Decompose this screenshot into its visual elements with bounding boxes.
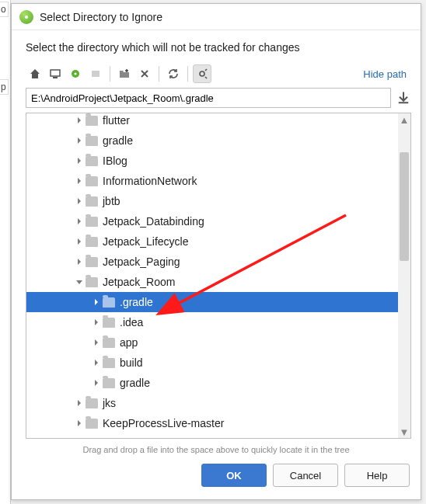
tree-row[interactable]: flutter — [26, 113, 410, 130]
folder-label: gradle — [120, 377, 150, 389]
folder-label: .idea — [120, 316, 143, 328]
folder-label: InformationNetwork — [103, 175, 197, 187]
folder-icon — [86, 136, 98, 146]
folder-icon — [86, 237, 98, 247]
folder-icon — [86, 277, 98, 287]
separator — [110, 66, 110, 82]
new-folder-icon[interactable] — [115, 64, 134, 83]
svg-rect-1 — [53, 77, 58, 78]
chevron-right-icon[interactable] — [73, 419, 86, 427]
folder-icon — [103, 358, 115, 368]
folder-icon — [86, 196, 98, 207]
folder-label: build — [120, 356, 143, 369]
tree-row[interactable]: IBlog — [26, 151, 410, 171]
scroll-up-icon[interactable]: ▲ — [398, 113, 410, 126]
folder-icon — [103, 378, 115, 388]
refresh-icon[interactable] — [164, 64, 183, 83]
chevron-right-icon[interactable] — [73, 197, 86, 205]
tree-row[interactable]: jks — [26, 393, 410, 413]
module-icon[interactable] — [86, 64, 105, 83]
folder-icon — [86, 176, 98, 186]
chevron-right-icon[interactable] — [73, 238, 86, 245]
svg-rect-0 — [51, 70, 60, 76]
folder-icon — [86, 156, 98, 166]
folder-label: Jetpack_Paging — [103, 255, 180, 268]
titlebar: Select Directory to Ignore — [12, 4, 421, 30]
folder-label: Jetpack_Room — [103, 276, 175, 288]
tree-row[interactable]: jbtb — [26, 191, 410, 211]
folder-icon — [86, 419, 98, 429]
hide-path-link[interactable]: Hide path — [358, 67, 411, 82]
chevron-right-icon[interactable] — [90, 318, 103, 326]
scrollbar-thumb[interactable] — [400, 152, 409, 261]
folder-label: .gradle — [120, 296, 153, 308]
folder-icon — [86, 217, 98, 227]
vertical-scrollbar[interactable]: ▲ ▼ — [398, 113, 410, 438]
tree-row[interactable]: Jetpack_Databinding — [26, 211, 410, 231]
dialog-buttons: OK Cancel Help — [12, 459, 421, 496]
folder-label: KeepProcessLive-master — [103, 417, 224, 429]
folder-label: flutter — [103, 114, 130, 127]
folder-label: jks — [103, 397, 116, 409]
select-directory-dialog: Select Directory to Ignore Select the di… — [11, 3, 421, 500]
chevron-right-icon[interactable] — [90, 359, 103, 367]
folder-icon — [103, 338, 115, 348]
tree-row[interactable]: app — [26, 332, 410, 353]
chevron-right-icon[interactable] — [73, 217, 86, 225]
svg-point-3 — [74, 72, 76, 75]
delete-icon[interactable] — [135, 64, 154, 83]
folder-icon — [86, 116, 98, 126]
history-dropdown-icon[interactable] — [396, 90, 411, 106]
tree-row[interactable]: InformationNetwork — [26, 171, 410, 191]
chevron-right-icon[interactable] — [90, 339, 103, 346]
chevron-right-icon[interactable] — [73, 177, 86, 185]
tree-row[interactable]: Jetpack_Lifecycle — [26, 231, 410, 252]
chevron-right-icon[interactable] — [73, 157, 86, 165]
tree-row[interactable]: Jetpack_Room — [26, 272, 410, 292]
directory-tree[interactable]: fluttergradleIBlogInformationNetworkjbtb… — [26, 113, 411, 439]
folder-icon — [86, 257, 98, 267]
chevron-right-icon[interactable] — [73, 399, 86, 407]
path-input[interactable] — [26, 88, 391, 108]
home-icon[interactable] — [26, 64, 44, 83]
folder-label: app — [120, 336, 138, 349]
scroll-down-icon[interactable]: ▼ — [398, 426, 410, 438]
tree-row[interactable]: gradle — [26, 373, 410, 393]
svg-point-5 — [200, 71, 204, 76]
drag-hint: Drag and drop a file into the space abov… — [12, 442, 421, 459]
close-icon[interactable] — [403, 7, 413, 26]
folder-label: jbtb — [103, 195, 120, 207]
folder-label: Jetpack_Lifecycle — [103, 235, 189, 248]
dialog-title: Select Directory to Ignore — [40, 11, 403, 23]
chevron-right-icon[interactable] — [73, 137, 86, 144]
chevron-right-icon[interactable] — [90, 379, 103, 387]
folder-label: Jetpack_Databinding — [103, 215, 204, 228]
chevron-down-icon[interactable] — [73, 278, 86, 286]
svg-rect-4 — [92, 71, 100, 77]
folder-icon — [86, 398, 98, 408]
chevron-right-icon[interactable] — [73, 116, 86, 124]
tree-row-selected[interactable]: .gradle — [26, 292, 410, 312]
android-studio-icon — [19, 10, 33, 24]
chevron-right-icon[interactable] — [73, 258, 86, 266]
tree-row[interactable]: .idea — [26, 312, 410, 332]
cancel-button[interactable]: Cancel — [273, 464, 338, 487]
show-hidden-icon[interactable] — [193, 64, 211, 83]
tree-row[interactable]: build — [26, 353, 410, 373]
help-button[interactable]: Help — [344, 464, 410, 487]
dialog-instruction: Select the directory which will not be t… — [12, 30, 421, 58]
tree-row[interactable]: KeepProcessLive-master — [26, 413, 410, 433]
tree-row[interactable]: gradle — [26, 130, 410, 151]
chevron-right-icon[interactable] — [90, 298, 103, 306]
folder-icon — [103, 297, 115, 308]
folder-label: gradle — [103, 134, 133, 147]
toolbar: Hide path — [12, 58, 421, 88]
desktop-icon[interactable] — [46, 64, 65, 83]
path-row — [12, 88, 421, 113]
project-icon[interactable] — [66, 64, 85, 83]
ok-button[interactable]: OK — [201, 464, 267, 487]
separator — [187, 66, 188, 82]
folder-icon — [103, 318, 115, 328]
separator — [159, 66, 159, 82]
tree-row[interactable]: Jetpack_Paging — [26, 252, 410, 272]
